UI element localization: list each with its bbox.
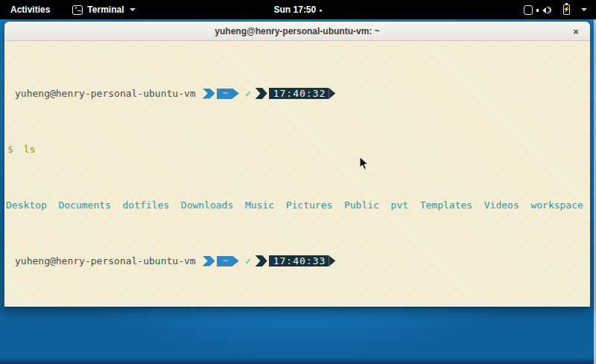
prompt-line-2: yuheng@henry-personal-ubuntu-vm ~ ✓ 17:4… (4, 255, 590, 266)
activities-button[interactable]: Activities (7, 3, 53, 16)
powerline-arrow-tip-icon (232, 89, 239, 99)
powerline-arrow-tip-icon (232, 256, 239, 266)
typed-command: ls (24, 144, 36, 155)
terminal-titlebar[interactable]: yuheng@henry-personal-ubuntu-vm: ~ × (4, 22, 590, 41)
powerline-chevron-dark-icon (256, 255, 267, 266)
window-title: yuheng@henry-personal-ubuntu-vm: ~ (215, 26, 379, 36)
chevron-down-icon (130, 8, 136, 11)
volume-icon (542, 5, 554, 15)
powerline-segments: ~ ✓ 17:40:32 (203, 89, 336, 99)
powerline-cwd-segment: ~ (217, 89, 232, 99)
powerline-arrow-tip-dark-icon (329, 255, 335, 266)
command-line: $ ls (4, 144, 590, 155)
battery-charging-icon: ⚡ (563, 4, 570, 15)
status-check-icon: ✓ (245, 88, 251, 99)
system-status-menu[interactable]: ⚡ (524, 0, 587, 19)
terminal-app-icon (72, 5, 83, 15)
powerline-chevron-dark-icon (256, 88, 267, 99)
powerline-time-segment: 17:40:33 (269, 255, 329, 266)
clock-button[interactable]: Sun 17:50 ● (274, 4, 323, 15)
powerline-chevron-icon (203, 89, 215, 99)
screen-icon (524, 5, 533, 15)
terminal-body[interactable]: yuheng@henry-personal-ubuntu-vm ~ ✓ 17:4… (4, 41, 590, 308)
powerline-chevron-icon (203, 256, 215, 266)
clock-label: Sun 17:50 (274, 4, 317, 15)
powerline-arrow-tip-dark-icon (329, 88, 335, 99)
powerline-segments: ~ ✓ 17:40:33 (203, 256, 336, 266)
prompt-host: yuheng@henry-personal-ubuntu-vm (15, 88, 196, 99)
notification-dot-icon: ● (319, 7, 322, 13)
prompt-line-1: yuheng@henry-personal-ubuntu-vm ~ ✓ 17:4… (4, 88, 590, 99)
terminal-window: yuheng@henry-personal-ubuntu-vm: ~ × yuh… (4, 21, 591, 308)
status-check-icon: ✓ (245, 255, 251, 266)
powerline-cwd-segment: ~ (217, 256, 232, 266)
close-icon[interactable]: × (569, 25, 583, 38)
prompt-symbol: $ (7, 144, 13, 155)
system-menu-chevron-icon (581, 8, 587, 11)
app-menu-terminal[interactable]: Terminal (72, 4, 136, 15)
gnome-top-bar: Activities Terminal Sun 17:50 ● ⚡ (0, 0, 596, 19)
powerline-time-segment: 17:40:32 (269, 88, 329, 99)
desktop-screen: Activities Terminal Sun 17:50 ● ⚡ (0, 0, 596, 364)
ls-output: Desktop Documents dotfiles Downloads Mus… (4, 199, 590, 211)
prompt-host: yuheng@henry-personal-ubuntu-vm (15, 255, 196, 266)
app-menu-label: Terminal (87, 4, 124, 15)
